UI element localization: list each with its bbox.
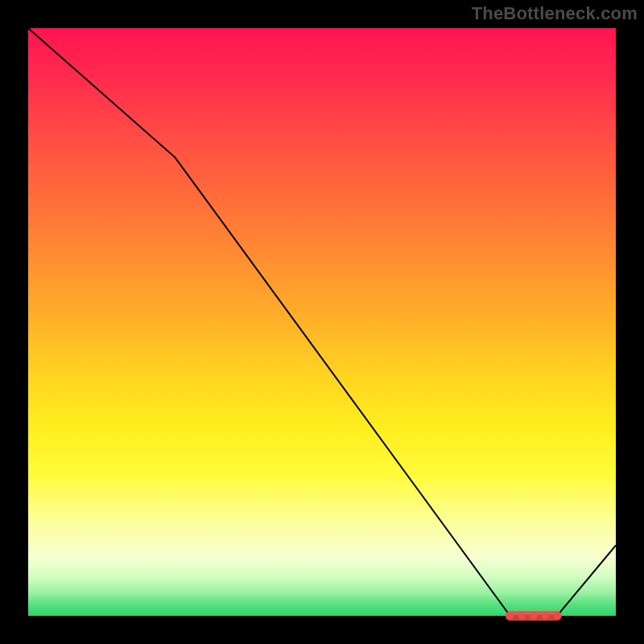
- optimal-band-dot: [506, 613, 514, 620]
- optimal-band-dot: [542, 613, 549, 620]
- optimal-band-dot: [530, 613, 537, 620]
- chart-curve: [28, 28, 616, 616]
- optimal-band-dot: [554, 613, 561, 620]
- watermark-text: TheBottleneck.com: [472, 3, 638, 24]
- chart-overlay-svg: [28, 28, 616, 616]
- optimal-band-dot: [518, 613, 526, 620]
- chart-frame: TheBottleneck.com: [0, 0, 644, 644]
- optimal-band-markers: [506, 611, 562, 621]
